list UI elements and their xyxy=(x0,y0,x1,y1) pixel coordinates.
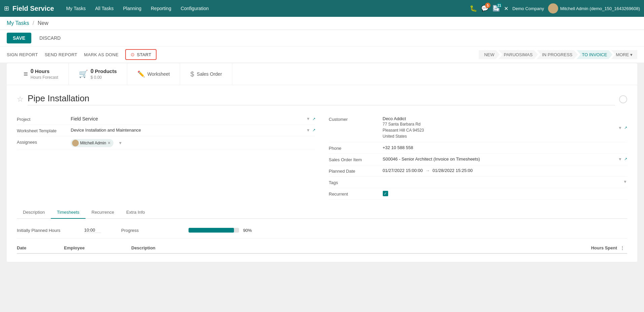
assignees-field-row: Assignees Mitchell Admin ✕ ▼ xyxy=(17,136,315,150)
top-navigation: ⊞ Field Service My Tasks All Tasks Plann… xyxy=(0,0,644,17)
pipeline-more[interactable]: MORE ▾ xyxy=(611,50,637,59)
sales-order-external-link-icon[interactable]: ↗ xyxy=(624,157,627,161)
user-menu[interactable]: Mitchell Admin (demo_150_1643269608) xyxy=(548,3,640,13)
tab-recurrence[interactable]: Recurrence xyxy=(86,206,120,219)
date-range-arrow-icon: → xyxy=(426,168,430,173)
col-date: Date xyxy=(17,245,64,250)
worksheet-template-value: Device Installation and Maintenance xyxy=(71,128,304,133)
worksheet-button[interactable]: ✏️ Worksheet xyxy=(127,63,180,85)
progress-bar-background xyxy=(189,228,239,233)
refresh-icon[interactable]: 🔄 21 xyxy=(493,5,500,12)
mark-as-done-button[interactable]: MARK AS DONE xyxy=(84,51,119,59)
start-button[interactable]: ⊙ START xyxy=(125,49,157,60)
breadcrumb: My Tasks / New xyxy=(0,17,644,30)
customer-field-row: Customer Deco Addict 77 Santa Barbara Rd… xyxy=(329,113,628,142)
customer-address: 77 Santa Barbara RdPleasant Hill CA 9452… xyxy=(383,121,616,139)
nav-all-tasks[interactable]: All Tasks xyxy=(91,4,118,13)
discard-button[interactable]: DISCARD xyxy=(35,33,65,43)
tab-timesheets[interactable]: Timesheets xyxy=(51,206,86,219)
tab-description[interactable]: Description xyxy=(17,206,51,219)
breadcrumb-parent[interactable]: My Tasks xyxy=(7,20,29,26)
customer-external-link-icon[interactable]: ↗ xyxy=(624,126,627,130)
save-button[interactable]: SAVE xyxy=(7,33,31,43)
nav-reporting[interactable]: Reporting xyxy=(147,4,175,13)
products-button[interactable]: 🛒 0 Products $ 0.00 xyxy=(69,63,127,85)
progress-label: Progress xyxy=(121,228,182,233)
sales-order-dropdown-icon[interactable]: ▼ xyxy=(618,157,622,162)
refresh-badge: 21 xyxy=(497,3,502,8)
timesheets-section: Initially Planned Hours 10:00 Progress 9… xyxy=(17,219,627,254)
products-label: $ 0.00 xyxy=(91,75,117,80)
grid-icon[interactable]: ⊞ xyxy=(4,5,9,12)
col-hours-spent: Hours Spent xyxy=(577,245,617,250)
planned-date-start[interactable]: 01/27/2022 15:00:00 xyxy=(383,168,423,173)
user-name: Mitchell Admin (demo_150_1643269608) xyxy=(560,6,640,11)
top-right-actions: 🐛 💬 5 🔄 21 ✕ Demo Company Mitchell Admin… xyxy=(470,3,640,13)
assignees-dropdown-icon[interactable]: ▼ xyxy=(118,141,122,145)
start-play-icon: ⊙ xyxy=(131,52,135,57)
pipeline-to-invoice[interactable]: TO INVOICE xyxy=(576,50,612,59)
col-more-options-icon[interactable]: ⋮ xyxy=(617,245,627,250)
worksheet-external-link-icon[interactable]: ↗ xyxy=(312,128,315,132)
assignee-tag: Mitchell Admin ✕ xyxy=(71,139,113,147)
pencil-icon: ✏️ xyxy=(137,70,145,78)
progress-bar-fill xyxy=(189,228,234,233)
close-icon[interactable]: ✕ xyxy=(504,5,508,12)
pipeline-status: NEW PARUOSIMAS IN PROGRESS TO INVOICE MO… xyxy=(479,50,637,59)
status-circle[interactable] xyxy=(619,95,627,103)
nav-configuration[interactable]: Configuration xyxy=(177,4,213,13)
pipeline-new[interactable]: NEW xyxy=(479,50,500,59)
project-external-link-icon[interactable]: ↗ xyxy=(312,117,315,121)
planned-date-field-row: Planned Date 01/27/2022 15:00:00 → 01/28… xyxy=(329,165,628,177)
favorite-star-icon[interactable]: ☆ xyxy=(17,95,24,104)
phone-label: Phone xyxy=(329,145,383,151)
progress-field: Progress 90% xyxy=(121,228,252,233)
planned-date-label: Planned Date xyxy=(329,168,383,174)
chat-badge: 5 xyxy=(485,3,490,8)
remove-assignee-icon[interactable]: ✕ xyxy=(107,141,111,145)
recurrent-field-row: Recurrent ✓ xyxy=(329,188,628,200)
svg-point-0 xyxy=(551,5,555,10)
sales-order-item-label: Sales Order Item xyxy=(329,157,383,162)
customer-dropdown-icon[interactable]: ▼ xyxy=(618,126,622,130)
tags-label: Tags xyxy=(329,179,383,185)
sales-order-button[interactable]: $ Sales Order xyxy=(180,63,232,85)
tab-extra-info[interactable]: Extra Info xyxy=(120,206,151,219)
hours-forecast-num: 0 xyxy=(31,68,34,75)
tags-field-row: Tags ▼ xyxy=(329,177,628,188)
col-employee: Employee xyxy=(64,245,131,250)
smart-buttons: ≡ 0 Hours Hours Forecast 🛒 0 Products xyxy=(7,63,637,85)
sales-order-item-value: S00046 - Senior Architect (Invoice on Ti… xyxy=(383,157,616,162)
sign-report-button[interactable]: SIGN REPORT xyxy=(7,51,38,59)
products-num: 0 xyxy=(91,68,94,75)
form-fields: Project Field Service ▼ ↗ Worksheet Temp… xyxy=(17,113,627,200)
tags-dropdown-icon[interactable]: ▼ xyxy=(623,179,627,184)
pipeline-in-progress[interactable]: IN PROGRESS xyxy=(537,50,578,59)
bug-icon[interactable]: 🐛 xyxy=(470,5,477,12)
nav-my-tasks[interactable]: My Tasks xyxy=(62,4,90,13)
initially-planned-value[interactable]: 10:00 xyxy=(84,228,101,233)
worksheet-dropdown-icon[interactable]: ▼ xyxy=(306,128,310,133)
action-bar: SAVE DISCARD xyxy=(0,30,644,46)
timesheets-table-header: Date Employee Description Hours Spent ⋮ xyxy=(17,243,627,254)
sales-order-item-field-row: Sales Order Item S00046 - Senior Archite… xyxy=(329,154,628,165)
nav-planning[interactable]: Planning xyxy=(119,4,145,13)
pipeline-paruosimas[interactable]: PARUOSIMAS xyxy=(498,50,538,59)
project-label: Project xyxy=(17,116,71,122)
task-title-input[interactable] xyxy=(28,93,615,105)
planned-date-end[interactable]: 01/28/2022 15:25:00 xyxy=(433,168,473,173)
svg-point-2 xyxy=(74,141,77,144)
form-left-column: Project Field Service ▼ ↗ Worksheet Temp… xyxy=(17,113,315,200)
svg-point-3 xyxy=(73,144,78,146)
chat-icon[interactable]: 💬 5 xyxy=(481,5,488,12)
form-body: ☆ Project Field Service ▼ ↗ xyxy=(7,85,637,262)
hours-forecast-label: Hours Forecast xyxy=(31,75,58,80)
recurrent-checkbox[interactable]: ✓ xyxy=(383,191,388,196)
project-dropdown-icon[interactable]: ▼ xyxy=(306,116,310,121)
top-menu: My Tasks All Tasks Planning Reporting Co… xyxy=(62,4,470,13)
form-card: ≡ 0 Hours Hours Forecast 🛒 0 Products xyxy=(7,63,637,262)
send-report-button[interactable]: SEND REPORT xyxy=(45,51,77,59)
hours-forecast-button[interactable]: ≡ 0 Hours Hours Forecast xyxy=(13,63,69,85)
worksheet-label: Worksheet xyxy=(147,71,170,77)
breadcrumb-separator: / xyxy=(33,20,34,26)
